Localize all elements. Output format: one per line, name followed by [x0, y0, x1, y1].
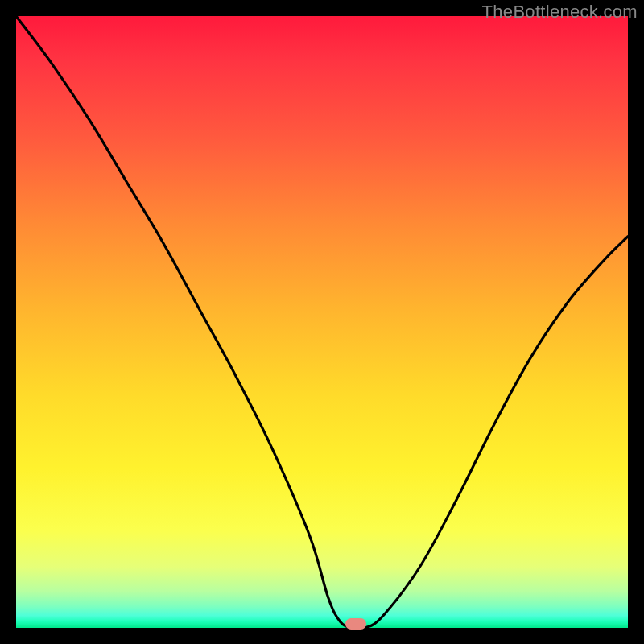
plot-area: [16, 16, 628, 628]
optimal-marker: [345, 618, 366, 630]
chart-frame: TheBottleneck.com: [0, 0, 644, 644]
watermark-text: TheBottleneck.com: [482, 2, 638, 23]
bottleneck-curve: [16, 16, 628, 628]
